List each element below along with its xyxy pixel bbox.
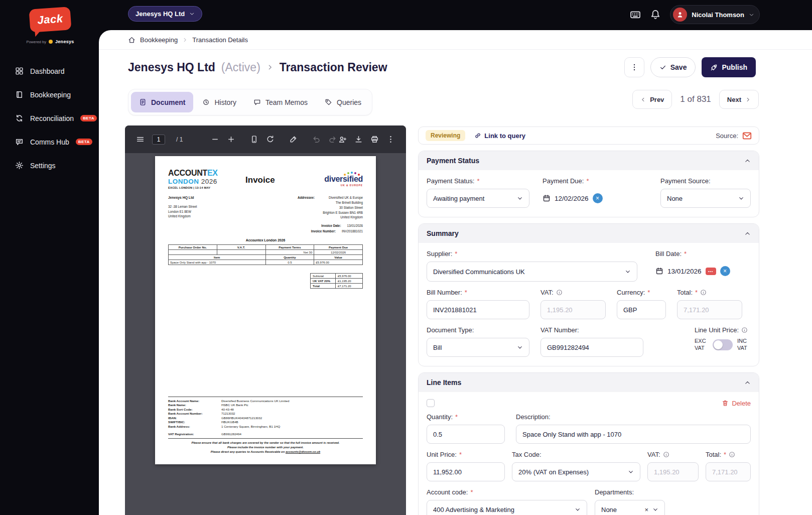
email-icon[interactable] (742, 131, 752, 141)
vat-toggle[interactable] (713, 339, 733, 350)
tab-queries[interactable]: Queries (317, 92, 369, 112)
field-label: VAT Number: (540, 326, 579, 334)
payment-status-select[interactable]: Awaiting payment (427, 189, 529, 208)
summary-header[interactable]: Summary (419, 224, 759, 243)
total-input[interactable]: 7,171.20 (677, 300, 742, 319)
tab-document[interactable]: Document (131, 92, 193, 112)
invoice-footer-text: Please ensure that all bank charges are … (168, 441, 363, 454)
redo-icon[interactable] (328, 135, 337, 144)
section-title: Payment Status (427, 157, 479, 165)
clear-departments-button[interactable]: × (644, 506, 648, 513)
unit-price-input[interactable]: 11,952.00 (427, 462, 505, 481)
currency-input[interactable]: GBP (617, 300, 666, 319)
topbar-right: Nicolai Thomson (630, 5, 760, 24)
link-to-query[interactable]: Link to query (474, 132, 525, 140)
dots-vertical-icon[interactable] (386, 135, 395, 144)
bank-label: Bank Account Name: (168, 399, 221, 404)
input-value: 7,171.20 (684, 306, 709, 314)
document-type-select[interactable]: Bill (427, 338, 529, 357)
publish-button[interactable]: Publish (702, 57, 756, 77)
bank-value: HSBC UK Bank Plc (221, 403, 248, 408)
print-icon[interactable] (370, 135, 379, 144)
quantity-input[interactable]: 0.5 (427, 425, 505, 444)
vat-input[interactable]: 1,195.20 (540, 300, 606, 319)
info-icon (663, 451, 669, 458)
chevron-right-icon (266, 64, 274, 71)
delete-line-item-button[interactable]: Delete (722, 400, 751, 407)
divider (168, 438, 363, 439)
sidebar-item-settings[interactable]: Settings (0, 154, 99, 177)
org-selector[interactable]: Jenesys HQ Ltd (128, 6, 202, 22)
bank-value: Diversified Business Communications UK L… (221, 399, 290, 404)
next-button[interactable]: Next (719, 90, 759, 109)
clear-date-button[interactable]: × (720, 266, 730, 276)
bank-value: 1 Centenary Square, Birmingham, B1 1HQ (221, 425, 280, 429)
save-button[interactable]: Save (650, 57, 696, 77)
line-total-input[interactable]: 7,171.20 (706, 462, 751, 481)
tab-team-memos[interactable]: Team Memos (245, 92, 316, 112)
sidebar-item-comms-hub[interactable]: Comms Hub BETA (0, 130, 99, 154)
supplier-select[interactable]: Diversified Communications UK (427, 262, 637, 282)
description-input[interactable]: Space Only Stand with app - 1070 (516, 425, 751, 444)
sidebar-item-bookkeeping[interactable]: Bookkeeping (0, 83, 99, 106)
tabs-row: Document History Team Memos Queries Prev… (99, 89, 812, 116)
bank-details: Bank Account Name:Diversified Business C… (168, 397, 363, 429)
sidebar-item-reconciliation[interactable]: Reconciliation BETA (0, 106, 99, 130)
vat-number-input[interactable]: GB991282494 (540, 338, 643, 357)
cell (217, 250, 265, 255)
prev-button[interactable]: Prev (632, 90, 672, 109)
dots-vertical-icon (630, 63, 638, 71)
undo-icon[interactable] (312, 135, 321, 144)
input-value: Space Only Stand with app - 1070 (522, 431, 621, 438)
annotate-pen-icon[interactable] (289, 135, 298, 144)
line-items-card: Line Items Delete Quantity:* 0.5 (418, 372, 759, 515)
tab-history[interactable]: History (194, 92, 244, 112)
addressee-line: Diversified UK & Europe (323, 195, 363, 200)
more-actions-button[interactable] (624, 57, 644, 77)
zoom-out-icon[interactable] (211, 135, 219, 144)
fit-page-icon[interactable] (250, 135, 258, 144)
keyboard-icon[interactable] (630, 9, 641, 20)
download-icon[interactable] (354, 135, 363, 144)
line-items-header[interactable]: Line Items (419, 373, 759, 392)
date-options-button[interactable]: ••• (706, 268, 716, 275)
chevron-down-icon (738, 195, 744, 201)
gear-icon (15, 161, 24, 170)
unit-price-field: Unit Price:* 11,952.00 (427, 451, 505, 481)
page-number-input[interactable] (152, 135, 165, 145)
chevron-right-icon (745, 97, 751, 102)
clear-date-button[interactable]: × (593, 193, 603, 203)
payment-due-date[interactable]: 12/02/2026 × (543, 189, 603, 208)
sidebar-item-dashboard[interactable]: Dashboard (0, 59, 99, 83)
input-value: 11,952.00 (433, 468, 462, 476)
account-code-select[interactable]: 400 Advertising & Marketing (427, 500, 587, 515)
line-item-checkbox[interactable] (427, 399, 435, 407)
field-label: Supplier: (427, 250, 452, 258)
assign-person-icon[interactable] (338, 135, 347, 144)
powered-by: Powered by Jenesys (24, 39, 76, 44)
powered-by-label: Powered by (26, 40, 46, 44)
payment-source-select[interactable]: None (660, 189, 751, 208)
bill-number-input[interactable]: INV201881021 (427, 300, 529, 319)
rotate-icon[interactable] (266, 135, 275, 144)
link-to-query-label: Link to query (484, 132, 525, 140)
user-menu[interactable]: Nicolai Thomson (670, 5, 760, 24)
zoom-in-icon[interactable] (227, 135, 235, 144)
summary-body: Supplier:* Diversified Communications UK… (419, 243, 759, 366)
select-value: None (601, 506, 617, 513)
company-status: (Active) (221, 61, 260, 74)
input-value: 1,195.20 (654, 468, 680, 476)
sidebar-toggle-icon[interactable] (136, 135, 145, 144)
line-vat-input[interactable]: 1,195.20 (647, 462, 699, 481)
invoice-header: ACCOUNTEX LONDON 2026 EXCEL LONDON | 13-… (168, 169, 363, 189)
bill-date[interactable]: 13/01/2026 ••• × (655, 262, 751, 281)
history-icon (202, 98, 210, 106)
breadcrumb-bookkeeping[interactable]: Bookkeeping (140, 36, 178, 44)
chevron-down-icon (575, 506, 581, 512)
payment-status-header[interactable]: Payment Status (419, 151, 759, 170)
bell-icon[interactable] (650, 9, 661, 20)
page-count: / 1 (176, 136, 183, 143)
tax-code-select[interactable]: 20% (VAT on Expenses) (512, 462, 640, 481)
departments-select[interactable]: None × (595, 500, 665, 515)
tax-code-field: Tax Code: 20% (VAT on Expenses) (512, 451, 640, 481)
